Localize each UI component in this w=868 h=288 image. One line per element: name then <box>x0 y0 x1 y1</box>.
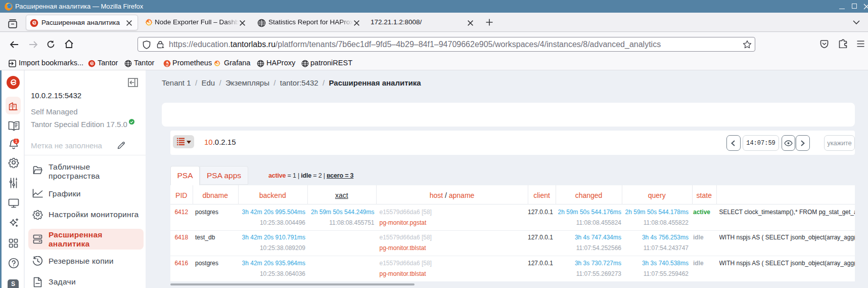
svg-text:1: 1 <box>15 139 18 144</box>
